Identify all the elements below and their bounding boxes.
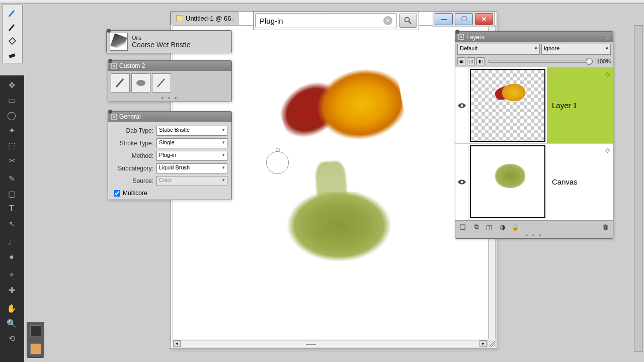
- shape-tool[interactable]: ▢: [2, 186, 21, 201]
- right-dock-strip[interactable]: [634, 25, 643, 352]
- method-label: Method:: [112, 152, 153, 159]
- menu-bar: [0, 0, 644, 4]
- blend-mode-select[interactable]: Default: [457, 44, 540, 55]
- clear-search-icon[interactable]: ✕: [383, 16, 392, 25]
- slider-knob[interactable]: [586, 58, 593, 65]
- custom-brush-2[interactable]: [131, 73, 150, 93]
- svg-line-2: [409, 22, 411, 24]
- custom-brush-1[interactable]: [111, 73, 130, 93]
- zoom-tool[interactable]: 🔍: [2, 316, 21, 331]
- pencil-tool[interactable]: [3, 20, 21, 34]
- dab-type-label: Dab Type:: [112, 127, 153, 134]
- custom-panel-header[interactable]: × Custom 2: [108, 61, 231, 71]
- layers-header[interactable]: × Layers ≡: [455, 32, 613, 42]
- scroll-left-icon[interactable]: ◂: [173, 340, 181, 347]
- subcategory-label: Subcategory:: [112, 165, 153, 172]
- lasso-tool[interactable]: ◯: [2, 108, 21, 123]
- color-swatches[interactable]: [27, 322, 44, 358]
- scroll-right-icon[interactable]: ▸: [479, 340, 487, 347]
- paint-stroke-2: [274, 161, 399, 272]
- brush-name: Coarse Wet Bristle: [132, 41, 190, 49]
- move-tool[interactable]: ✥: [2, 77, 21, 93]
- general-panel-header[interactable]: × General: [108, 112, 231, 122]
- window-controls: — ❐ ✕: [433, 11, 495, 27]
- dab-type-select[interactable]: Static Bristle: [156, 126, 227, 136]
- brush-cursor: [266, 151, 289, 174]
- layer-thumbnail[interactable]: [470, 69, 545, 142]
- foreground-color[interactable]: [30, 325, 41, 336]
- pointer-tool[interactable]: ↖: [2, 216, 21, 231]
- maximize-button[interactable]: ❐: [455, 13, 473, 25]
- panel-resize-dots[interactable]: ● ● ●: [455, 233, 613, 238]
- layer-row[interactable]: Canvas ◇: [455, 144, 613, 220]
- mask-icon[interactable]: ◑: [498, 223, 507, 231]
- layer-icon-3[interactable]: ◧: [476, 57, 485, 65]
- collapse-icon[interactable]: ×: [458, 34, 464, 40]
- heal-tool[interactable]: ✚: [2, 283, 21, 298]
- clone-tool[interactable]: ⌖: [2, 267, 21, 283]
- scroll-thumb[interactable]: [306, 344, 316, 345]
- panel-grip[interactable]: [108, 110, 112, 114]
- layer-row[interactable]: Layer 1 ◇: [455, 67, 613, 144]
- method-select[interactable]: Plug-in: [156, 151, 227, 161]
- marquee-tool[interactable]: ▭: [2, 93, 21, 108]
- search-bar: ✕: [253, 11, 419, 30]
- collapse-icon[interactable]: ×: [111, 114, 117, 120]
- close-button[interactable]: ✕: [475, 13, 493, 25]
- layer-name[interactable]: Layer 1 ◇: [547, 67, 613, 143]
- collapse-icon[interactable]: ×: [111, 63, 117, 69]
- crop-tool[interactable]: ✂: [2, 153, 21, 168]
- lock-icon[interactable]: 🔒: [511, 223, 520, 231]
- trash-icon[interactable]: 🗑: [601, 223, 610, 231]
- eye-icon: [458, 179, 466, 185]
- stroke-type-select[interactable]: Single: [156, 138, 227, 148]
- opacity-slider[interactable]: [488, 60, 590, 63]
- multicore-checkbox[interactable]: [114, 190, 120, 197]
- preserve-select[interactable]: Ignore: [541, 44, 611, 55]
- search-button[interactable]: [399, 14, 417, 28]
- layer-icon-1[interactable]: ▣: [457, 57, 465, 65]
- group-layer-icon[interactable]: ◫: [485, 223, 494, 231]
- layers-list: Layer 1 ◇ Canvas ◇: [455, 67, 613, 220]
- layer-icon-2[interactable]: ◫: [467, 57, 475, 65]
- custom-panel-title: Custom 2: [119, 62, 145, 69]
- svg-point-1: [405, 18, 410, 22]
- brush-tool[interactable]: [3, 6, 21, 20]
- new-layer-icon[interactable]: ❏: [458, 223, 467, 231]
- brush-info-panel: Oils Coarse Wet Bristle: [106, 30, 232, 53]
- layer-name[interactable]: Canvas ◇: [547, 144, 613, 220]
- rotate-tool[interactable]: ⟲: [2, 331, 21, 346]
- smudge-tool[interactable]: ☄: [2, 234, 21, 249]
- search-input[interactable]: [255, 13, 397, 28]
- document-tab[interactable]: Untitled-1 @ 66.: [171, 11, 238, 25]
- background-color[interactable]: [30, 343, 41, 354]
- duplicate-layer-icon[interactable]: ⧉: [471, 223, 480, 231]
- text-tool[interactable]: T: [2, 201, 21, 216]
- eraser-tool[interactable]: [3, 48, 21, 62]
- horizontal-scrollbar[interactable]: ◂ ▸: [173, 340, 488, 347]
- visibility-toggle[interactable]: [455, 144, 468, 220]
- subcategory-select[interactable]: Liquid Brush: [156, 163, 227, 173]
- general-panel-title: General: [119, 113, 141, 120]
- resize-grip[interactable]: [489, 340, 496, 347]
- panel-grip[interactable]: [108, 59, 112, 63]
- brush-thumbnail[interactable]: [110, 33, 128, 51]
- panel-grip[interactable]: [455, 30, 459, 34]
- panel-grip[interactable]: [107, 29, 111, 33]
- custom-brush-3[interactable]: [152, 73, 171, 93]
- source-label: Source:: [112, 177, 153, 185]
- transform-tool[interactable]: ⬚: [2, 138, 21, 153]
- hand-tool[interactable]: ✋: [2, 301, 21, 316]
- document-title: Untitled-1 @ 66.: [186, 15, 233, 22]
- layer-thumbnail[interactable]: [470, 145, 545, 218]
- bucket-tool[interactable]: [3, 34, 21, 48]
- minimize-button[interactable]: —: [435, 13, 453, 25]
- panel-menu-icon[interactable]: ≡: [606, 33, 610, 41]
- wand-tool[interactable]: ✦: [2, 123, 21, 138]
- panel-resize-dots[interactable]: ● ● ●: [108, 95, 231, 102]
- dodge-tool[interactable]: ●: [2, 249, 21, 264]
- pen-tool[interactable]: ✎: [2, 171, 21, 186]
- eye-icon: [458, 103, 466, 108]
- opacity-value: 100%: [594, 58, 611, 64]
- visibility-toggle[interactable]: [455, 67, 468, 143]
